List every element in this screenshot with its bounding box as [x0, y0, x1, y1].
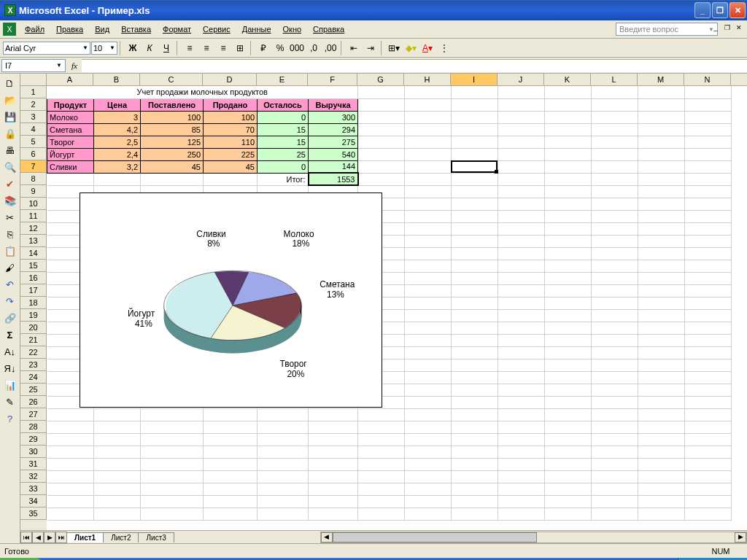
save-icon[interactable]: 💾: [2, 109, 18, 125]
research-icon[interactable]: 📚: [2, 192, 18, 209]
cell[interactable]: [638, 446, 685, 458]
cell[interactable]: [685, 384, 732, 396]
cell[interactable]: [638, 408, 685, 421]
cell[interactable]: [498, 111, 545, 123]
percent-button[interactable]: %: [272, 40, 288, 56]
cell[interactable]: [685, 198, 732, 210]
cell[interactable]: [498, 148, 545, 160]
cell[interactable]: [405, 384, 452, 396]
increase-indent-button[interactable]: ⇥: [363, 40, 379, 56]
cell[interactable]: [309, 470, 358, 483]
cell[interactable]: 275: [309, 136, 358, 148]
sheet-tab-1[interactable]: Лист1: [66, 532, 104, 542]
cell[interactable]: [309, 458, 358, 470]
row-header-14[interactable]: 14: [20, 247, 47, 260]
cell[interactable]: [405, 136, 452, 148]
cell[interactable]: [498, 421, 545, 433]
col-header-L[interactable]: L: [591, 74, 638, 85]
col-header-F[interactable]: F: [308, 74, 357, 85]
row-header-33[interactable]: 33: [20, 483, 47, 495]
cell[interactable]: [498, 483, 545, 495]
cell[interactable]: [545, 408, 592, 421]
cell[interactable]: [405, 322, 452, 334]
row-header-32[interactable]: 32: [20, 470, 47, 483]
bold-button[interactable]: Ж: [125, 40, 141, 56]
cell[interactable]: [452, 86, 498, 98]
row-header-3[interactable]: 3: [20, 111, 47, 123]
cell[interactable]: [498, 235, 545, 247]
cell[interactable]: [685, 260, 732, 272]
cell[interactable]: [452, 384, 498, 396]
cell[interactable]: [638, 173, 685, 185]
cell[interactable]: [452, 396, 498, 408]
cell[interactable]: [592, 322, 638, 334]
cell[interactable]: [405, 222, 452, 235]
cell[interactable]: [498, 309, 545, 322]
cell[interactable]: [358, 148, 405, 160]
menu-tools[interactable]: Сервис: [197, 23, 236, 36]
cell[interactable]: [94, 508, 141, 520]
row-header-31[interactable]: 31: [20, 458, 47, 470]
cell[interactable]: [498, 446, 545, 458]
align-center-button[interactable]: ≡: [198, 40, 214, 56]
cell[interactable]: [638, 123, 685, 136]
cell[interactable]: [258, 421, 309, 433]
cell[interactable]: 294: [309, 123, 358, 136]
col-header-A[interactable]: A: [47, 74, 93, 85]
cell[interactable]: [498, 123, 545, 136]
cell[interactable]: [685, 433, 732, 446]
cell[interactable]: [452, 495, 498, 508]
menu-format[interactable]: Формат: [157, 23, 197, 36]
cell[interactable]: [592, 173, 638, 185]
cell[interactable]: [94, 495, 141, 508]
cell[interactable]: [452, 408, 498, 421]
cell[interactable]: [452, 136, 498, 148]
merge-button[interactable]: ⊞: [232, 40, 248, 56]
cell[interactable]: [204, 446, 258, 458]
cell[interactable]: [498, 86, 545, 98]
cell[interactable]: [592, 160, 638, 173]
cell[interactable]: [545, 470, 592, 483]
cell[interactable]: [638, 98, 685, 111]
cell[interactable]: [685, 111, 732, 123]
cell[interactable]: [258, 495, 309, 508]
cell[interactable]: [141, 446, 204, 458]
cell[interactable]: [638, 136, 685, 148]
cell[interactable]: [405, 210, 452, 222]
increase-decimal-button[interactable]: ,0: [306, 40, 322, 56]
cell[interactable]: [405, 198, 452, 210]
cell[interactable]: [204, 495, 258, 508]
cell[interactable]: [498, 384, 545, 396]
cell[interactable]: [545, 222, 592, 235]
cell[interactable]: [405, 160, 452, 173]
cell[interactable]: [452, 284, 498, 297]
cell[interactable]: [358, 98, 405, 111]
minimize-button[interactable]: _: [694, 2, 711, 18]
cell[interactable]: [405, 334, 452, 346]
cell[interactable]: 300: [309, 111, 358, 123]
cell[interactable]: [592, 86, 638, 98]
cell[interactable]: [638, 111, 685, 123]
cell[interactable]: 540: [309, 148, 358, 160]
cell[interactable]: [592, 396, 638, 408]
col-header-B[interactable]: B: [93, 74, 140, 85]
row-header-27[interactable]: 27: [20, 408, 47, 421]
cell[interactable]: [452, 98, 498, 111]
cell[interactable]: [405, 185, 452, 198]
cell[interactable]: [638, 359, 685, 371]
cell[interactable]: [141, 408, 204, 421]
cell[interactable]: [452, 148, 498, 160]
cell[interactable]: [309, 421, 358, 433]
row-header-30[interactable]: 30: [20, 446, 47, 458]
menu-help[interactable]: Справка: [307, 23, 350, 36]
tab-nav-first[interactable]: ⏮: [20, 532, 32, 543]
cell[interactable]: [498, 433, 545, 446]
cell[interactable]: [405, 483, 452, 495]
cell[interactable]: [452, 309, 498, 322]
cell[interactable]: [498, 495, 545, 508]
cell[interactable]: [685, 136, 732, 148]
cell[interactable]: [545, 458, 592, 470]
cell[interactable]: [685, 160, 732, 173]
cell[interactable]: [358, 495, 405, 508]
paste-icon[interactable]: 📋: [2, 243, 18, 259]
